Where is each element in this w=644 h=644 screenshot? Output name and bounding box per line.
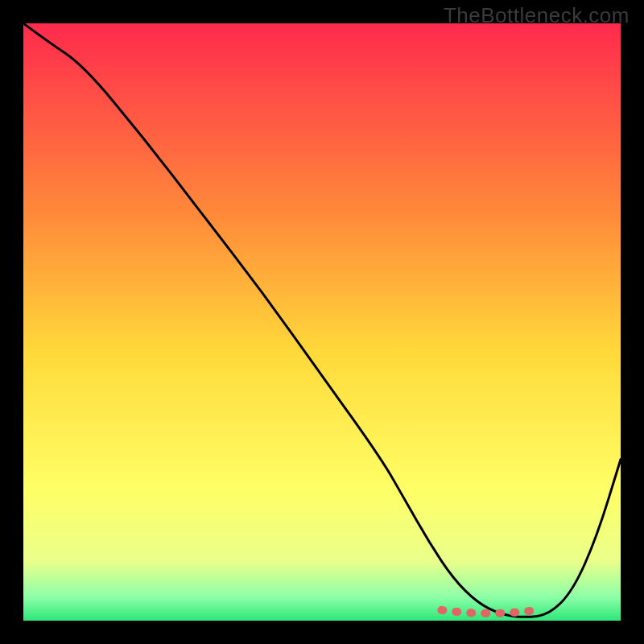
- chart-svg: [23, 23, 621, 621]
- chart-frame: TheBottleneck.com: [0, 0, 644, 644]
- watermark-text: TheBottleneck.com: [444, 3, 630, 28]
- gradient-background: [23, 23, 621, 621]
- plot-area: [23, 23, 621, 621]
